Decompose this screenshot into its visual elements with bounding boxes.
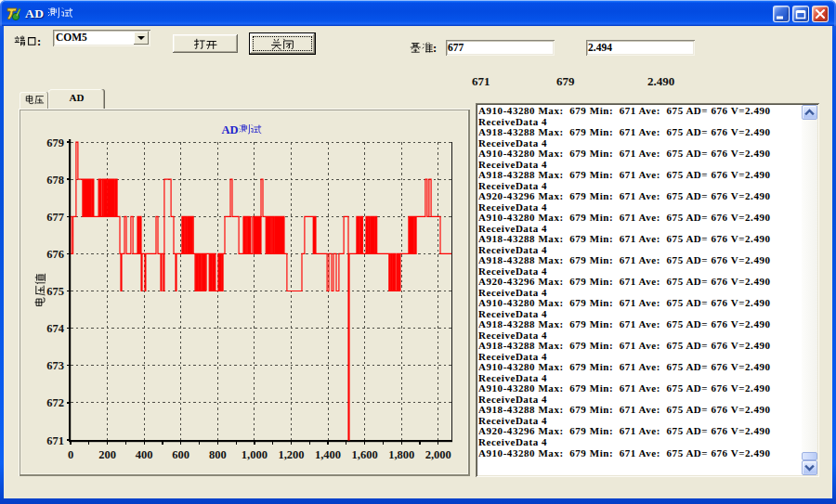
cjk-glyph — [193, 38, 205, 50]
minimize-icon — [774, 6, 789, 21]
open-port-button[interactable] — [173, 34, 238, 53]
tab-voltage-label — [20, 95, 48, 106]
ad-baseline-input[interactable]: 677 — [446, 40, 555, 56]
voltage-readout: 2.490 — [647, 74, 674, 89]
baseline-label: : — [410, 42, 437, 56]
tab-ad-label: AD — [48, 92, 105, 103]
cjk-glyph — [26, 35, 38, 47]
port-combobox[interactable]: COM5 — [53, 30, 150, 46]
app-window: AD : COM5 : 677 2.494 671 679 2.490 — [0, 0, 836, 504]
y-tick-label: 674 — [46, 322, 65, 335]
y-tick-label: 678 — [46, 174, 64, 187]
voltage-baseline-input[interactable]: 2.494 — [586, 40, 695, 56]
cjk-glyph — [205, 38, 217, 50]
close-icon — [813, 6, 828, 21]
open-port-button-label — [173, 34, 238, 53]
x-tick-label: 0 — [68, 448, 73, 461]
x-tick-label: 2,000 — [425, 448, 451, 461]
chevron-up-icon — [803, 106, 816, 119]
title-bar[interactable]: AD — [0, 0, 836, 26]
x-tick-label: 800 — [209, 448, 227, 461]
scroll-up-button[interactable] — [802, 105, 817, 120]
log-line: A918-43288 Max: 679 Min: 671 Ave: 675 AD… — [478, 255, 801, 266]
log-line: A910-43280 Max: 679 Min: 671 Ave: 675 AD… — [478, 106, 801, 117]
maximize-button[interactable] — [792, 6, 809, 22]
cjk-glyph — [60, 6, 73, 19]
x-axis-line — [69, 440, 452, 442]
app-icon — [6, 6, 21, 21]
log-line: A910-43280 Max: 679 Min: 671 Ave: 675 AD… — [478, 213, 801, 224]
tab-voltage[interactable] — [20, 92, 48, 109]
cjk-glyph — [34, 274, 46, 286]
minimize-button[interactable] — [773, 6, 790, 22]
voltage-baseline-value: 2.494 — [588, 42, 612, 53]
y-tick-label: 673 — [46, 359, 64, 372]
close-port-button-label — [250, 33, 315, 54]
min-readout: 671 — [472, 74, 490, 89]
ad-chart: 6716726736746756766776786790200400600800… — [20, 110, 468, 474]
log-line: ReceiveData 4 — [478, 437, 801, 448]
y-tick-label: 676 — [46, 248, 64, 261]
ad-baseline-value: 677 — [448, 42, 464, 53]
x-tick-label: 1,600 — [352, 448, 378, 461]
x-tick-label: 200 — [98, 448, 116, 461]
cjk-glyph — [47, 6, 60, 19]
cjk-glyph — [410, 42, 422, 54]
close-port-button[interactable] — [249, 32, 316, 55]
cjk-glyph — [239, 123, 251, 136]
log-line: A920-43296 Max: 679 Min: 671 Ave: 675 AD… — [478, 191, 801, 202]
cjk-glyph — [250, 123, 262, 136]
scroll-thumb[interactable] — [802, 452, 817, 460]
scroll-down-button[interactable] — [802, 460, 817, 475]
cjk-glyph — [24, 95, 34, 105]
maximize-icon — [793, 6, 808, 21]
log-line: A918-43288 Max: 679 Min: 671 Ave: 675 AD… — [478, 234, 801, 245]
y-tick-label: 679 — [46, 136, 64, 149]
x-tick-label: 1,000 — [242, 448, 268, 461]
log-line: A918-43288 Max: 679 Min: 671 Ave: 675 AD… — [478, 170, 801, 181]
chart-title: AD — [176, 123, 307, 137]
tab-ad[interactable]: AD — [48, 89, 105, 110]
port-combobox-value: COM5 — [56, 32, 87, 43]
log-scrollbar[interactable] — [802, 105, 817, 475]
y-axis-line — [69, 139, 71, 441]
log-line: A918-43288 Max: 679 Min: 671 Ave: 675 AD… — [478, 127, 801, 138]
port-label: : — [14, 35, 41, 49]
cjk-glyph — [34, 285, 46, 297]
x-tick-label: 400 — [136, 448, 153, 461]
cjk-glyph — [270, 38, 282, 50]
port-combobox-dropdown-button[interactable] — [134, 32, 149, 45]
y-tick-label: 672 — [46, 396, 64, 409]
y-tick-label: 677 — [46, 211, 64, 224]
close-button[interactable] — [812, 6, 829, 22]
cjk-glyph — [282, 38, 294, 50]
y-tick-label: 671 — [46, 434, 64, 447]
cjk-glyph — [422, 42, 434, 54]
max-readout: 679 — [556, 74, 575, 89]
x-tick-label: 1,400 — [315, 448, 341, 461]
cjk-glyph — [14, 35, 26, 47]
log-line: A910-43280 Max: 679 Min: 671 Ave: 675 AD… — [478, 448, 801, 459]
chevron-down-icon — [803, 461, 816, 474]
x-tick-label: 600 — [172, 448, 189, 461]
y-tick-label: 675 — [46, 285, 64, 298]
close-port-button-face — [250, 33, 315, 54]
log-line: A910-43280 Max: 679 Min: 671 Ave: 675 AD… — [478, 149, 801, 160]
x-tick-label: 1,800 — [388, 448, 414, 461]
chevron-down-icon — [137, 36, 145, 40]
log-lines: A910-43280 Max: 679 Min: 671 Ave: 675 AD… — [478, 106, 801, 474]
window-title: AD — [25, 6, 72, 21]
cjk-glyph — [34, 297, 46, 309]
chart-y-axis-label — [34, 269, 47, 308]
x-tick-label: 1,200 — [278, 448, 304, 461]
cjk-glyph — [34, 95, 45, 105]
